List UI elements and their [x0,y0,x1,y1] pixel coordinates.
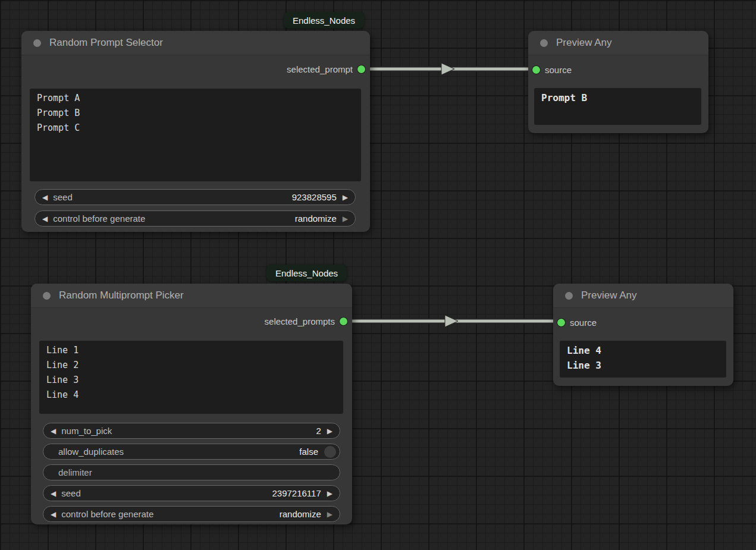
collapse-dot-icon[interactable] [540,39,548,47]
node-title: Preview Any [581,290,637,301]
input-port-icon[interactable] [557,319,565,326]
widget-value[interactable]: randomize [280,509,321,519]
widget-value[interactable]: 2397216117 [272,488,321,498]
preview-output-text: Line 4 Line 3 [560,341,726,378]
input-label: source [570,318,597,328]
output-port-icon[interactable] [357,65,365,73]
badge-label: Endless_Nodes [275,268,338,278]
collapse-dot-icon[interactable] [565,292,573,300]
widget-value[interactable]: 923828595 [292,192,337,202]
output-port-row: selected_prompts [265,315,347,327]
decrement-arrow-icon[interactable]: ◀ [42,215,48,222]
decrement-arrow-icon[interactable]: ◀ [42,194,48,201]
seed-widget[interactable]: ◀ seed 923828595 ▶ [34,189,356,205]
decrement-arrow-icon[interactable]: ◀ [51,490,56,497]
link-arrow-icon [441,63,454,75]
badge-label: Endless_Nodes [293,15,355,26]
node-preview-any-bottom[interactable]: Preview Any source Line 4 Line 3 [553,284,733,386]
prompts-textarea[interactable]: Prompt A Prompt B Prompt C [30,89,361,181]
input-label: source [545,65,572,75]
preview-output-text: Prompt B [534,88,701,125]
seed-widget[interactable]: ◀ seed 2397216117 ▶ [43,485,340,501]
widget-label: allow_duplicates [58,447,124,457]
widget-label: num_to_pick [61,426,112,436]
input-port-icon[interactable] [532,66,540,74]
widget-value[interactable]: 2 [316,426,321,436]
node-random-prompt-selector[interactable]: Random Prompt Selector selected_prompt P… [21,31,370,232]
collapse-dot-icon[interactable] [33,39,41,47]
output-port-icon[interactable] [340,318,347,325]
node-category-badge: Endless_Nodes [266,265,347,281]
widget-label: seed [53,192,73,202]
node-title-bar[interactable]: Preview Any [528,31,708,55]
node-title: Random Multiprompt Picker [59,290,184,301]
delimiter-input[interactable]: delimiter [43,464,340,480]
decrement-arrow-icon[interactable]: ◀ [51,511,56,518]
widget-value[interactable]: false [299,447,318,457]
collapse-dot-icon[interactable] [43,292,51,300]
output-label: selected_prompts [265,316,335,326]
node-category-badge: Endless_Nodes [284,12,364,29]
increment-arrow-icon[interactable]: ▶ [343,194,348,201]
node-title-bar[interactable]: Random Multiprompt Picker [31,284,352,308]
node-title: Preview Any [556,37,612,49]
control-before-generate-widget[interactable]: ◀ control before generate randomize ▶ [34,210,356,227]
widget-value[interactable]: randomize [295,213,337,224]
node-random-multiprompt-picker[interactable]: Random Multiprompt Picker selected_promp… [31,284,352,524]
link-arrow-icon [445,315,458,327]
node-preview-any-top[interactable]: Preview Any source Prompt B [528,31,708,133]
node-graph-canvas[interactable]: Endless_Nodes Endless_Nodes Random Promp… [0,0,756,550]
increment-arrow-icon[interactable]: ▶ [327,428,332,435]
input-port-row: source [532,64,572,76]
output-port-row: selected_prompt [287,63,365,75]
widget-label: delimiter [58,467,92,477]
widget-label: control before generate [53,213,145,224]
node-title: Random Prompt Selector [49,37,163,49]
decrement-arrow-icon[interactable]: ◀ [51,428,56,435]
allow-duplicates-widget[interactable]: allow_duplicates false [43,444,340,460]
output-label: selected_prompt [287,64,353,74]
increment-arrow-icon[interactable]: ▶ [327,511,332,518]
prompts-textarea[interactable]: Line 1 Line 2 Line 3 Line 4 [39,341,343,414]
widget-label: control before generate [61,509,153,519]
node-title-bar[interactable]: Preview Any [553,284,733,308]
increment-arrow-icon[interactable]: ▶ [327,490,332,497]
increment-arrow-icon[interactable]: ▶ [343,215,348,222]
control-before-generate-widget[interactable]: ◀ control before generate randomize ▶ [43,506,340,522]
input-port-row: source [557,316,597,328]
node-title-bar[interactable]: Random Prompt Selector [21,31,370,55]
toggle-knob-icon[interactable] [324,446,336,458]
widget-label: seed [61,488,81,498]
num-to-pick-widget[interactable]: ◀ num_to_pick 2 ▶ [43,423,340,439]
